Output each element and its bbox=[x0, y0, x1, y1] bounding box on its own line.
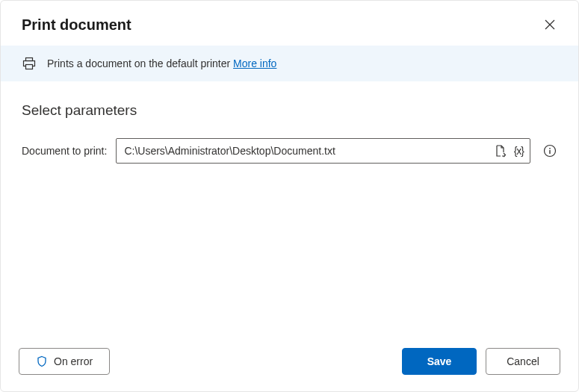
dialog-footer: On error Save Cancel bbox=[1, 335, 578, 391]
document-to-print-label: Document to print: bbox=[22, 145, 107, 157]
on-error-label: On error bbox=[54, 355, 93, 367]
document-input-wrapper: {x} bbox=[116, 138, 530, 164]
param-info-button[interactable] bbox=[542, 143, 557, 158]
svg-point-6 bbox=[549, 148, 551, 149]
dialog-header: Print document bbox=[1, 1, 578, 46]
shield-icon bbox=[36, 355, 48, 367]
param-document-row: Document to print: {x bbox=[22, 138, 557, 164]
printer-icon bbox=[22, 56, 37, 71]
on-error-button[interactable]: On error bbox=[19, 348, 110, 375]
close-icon bbox=[545, 19, 555, 30]
info-icon bbox=[543, 144, 557, 158]
input-icon-group: {x} bbox=[493, 143, 530, 158]
variables-button[interactable]: {x} bbox=[514, 145, 524, 157]
content-area: Select parameters Document to print: bbox=[1, 81, 578, 335]
dialog-title: Print document bbox=[22, 16, 131, 34]
banner-text: Prints a document on the default printer… bbox=[47, 57, 276, 69]
svg-rect-4 bbox=[26, 65, 33, 69]
more-info-link[interactable]: More info bbox=[233, 57, 276, 69]
cancel-button[interactable]: Cancel bbox=[486, 348, 560, 375]
info-banner: Prints a document on the default printer… bbox=[1, 46, 578, 81]
document-path-input[interactable] bbox=[117, 139, 492, 163]
banner-description: Prints a document on the default printer bbox=[47, 57, 233, 69]
save-label: Save bbox=[427, 355, 452, 367]
file-select-button[interactable] bbox=[493, 143, 508, 158]
file-arrow-icon bbox=[494, 144, 507, 158]
braces-icon: {x} bbox=[514, 145, 524, 157]
save-button[interactable]: Save bbox=[402, 348, 477, 375]
section-title: Select parameters bbox=[22, 102, 557, 119]
close-button[interactable] bbox=[539, 14, 560, 35]
cancel-label: Cancel bbox=[507, 355, 539, 367]
